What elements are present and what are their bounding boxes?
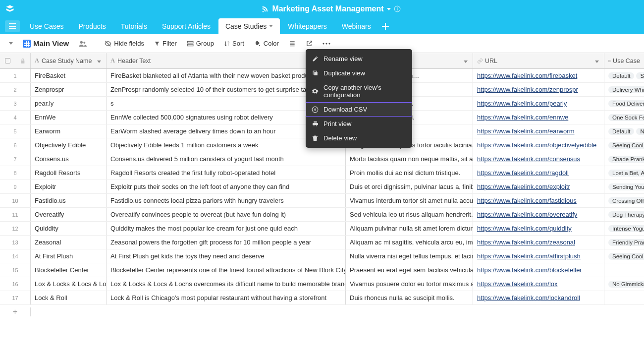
cell-name[interactable]: Blockefeller Center <box>31 263 107 277</box>
url-link[interactable]: https://www.fakelink.com/zenprospr <box>477 86 578 93</box>
table-row[interactable]: 7Consens.usConsens.us delivered 5 millio… <box>0 152 644 166</box>
column-header-url[interactable]: URL <box>473 53 604 68</box>
cell-name[interactable]: At First Plush <box>31 249 107 263</box>
row-number[interactable]: 12 <box>0 222 31 235</box>
url-link[interactable]: https://www.fakelink.com/atfirstplush <box>477 252 581 260</box>
cell-url[interactable]: https://www.fakelink.com/firebasket <box>473 69 604 82</box>
cell-use-case[interactable]: Crossing Off <box>604 194 644 207</box>
row-number[interactable]: 4 <box>0 111 31 124</box>
table-row[interactable]: 15Blockefeller CenterBlockefeller Center… <box>0 263 644 277</box>
cell-body[interactable]: Vivamus interdum tortor sit amet nulla a… <box>346 194 473 207</box>
tab-products[interactable]: Products <box>71 18 112 34</box>
table-row[interactable]: 17Lock & RollLock & Roll is Chicago's mo… <box>0 291 644 305</box>
tab-webinars[interactable]: Webinars <box>335 18 378 34</box>
use-case-pill[interactable]: Lost a Bet, A <box>608 170 644 177</box>
use-case-pill[interactable]: Delivery Whil <box>608 86 644 93</box>
cell-header-text[interactable]: At First Plush get kids the toys they ne… <box>107 249 346 263</box>
color-button[interactable]: Color <box>250 37 283 50</box>
url-link[interactable]: https://www.fakelink.com/overeatify <box>477 211 577 218</box>
cell-url[interactable]: https://www.fakelink.com/pearly <box>473 97 604 110</box>
app-logo-icon[interactable] <box>5 4 15 14</box>
cell-use-case[interactable]: Friendly Pran <box>604 236 644 249</box>
collaborators-button[interactable] <box>75 38 91 50</box>
url-link[interactable]: https://www.fakelink.com/lockandroll <box>477 294 580 301</box>
info-icon[interactable]: i <box>394 5 401 12</box>
tab-tutorials[interactable]: Tutorials <box>114 18 154 34</box>
menu-item-copy-another-view-s-configuration[interactable]: Copy another view's configuration <box>306 80 412 102</box>
cell-name[interactable]: Objectively Edible <box>31 138 107 152</box>
use-case-pill[interactable]: No Gimmicks <box>608 281 644 288</box>
view-context-menu[interactable]: Rename viewDuplicate viewCopy another vi… <box>306 49 412 148</box>
table-row[interactable]: 14At First PlushAt First Plush get kids … <box>0 249 644 263</box>
cell-use-case[interactable]: DefaultSha <box>604 69 644 82</box>
row-number[interactable]: 10 <box>0 194 31 207</box>
cell-use-case[interactable]: Seeing Cool <box>604 138 644 152</box>
row-number[interactable]: 13 <box>0 236 31 249</box>
cell-url[interactable]: https://www.fakelink.com/ennwe <box>473 111 604 124</box>
cell-use-case[interactable]: Lost a Bet, A <box>604 166 644 180</box>
cell-body[interactable]: Nulla viverra nisi eget tellus tempus, e… <box>346 249 473 263</box>
view-more-menu-button[interactable] <box>319 40 334 47</box>
url-link[interactable]: https://www.fakelink.com/ennwe <box>477 114 568 121</box>
menu-item-rename-view[interactable]: Rename view <box>306 52 412 66</box>
cell-name[interactable]: Overeatify <box>31 208 107 221</box>
cell-name[interactable]: Quiddity <box>31 222 107 235</box>
use-case-pill[interactable]: Food Delivery <box>608 100 644 107</box>
url-link[interactable]: https://www.fakelink.com/lox <box>477 280 558 288</box>
cell-url[interactable]: https://www.fakelink.com/lockandroll <box>473 291 604 304</box>
cell-use-case[interactable] <box>604 263 644 277</box>
url-link[interactable]: https://www.fakelink.com/blockefeller <box>477 266 582 274</box>
cell-name[interactable]: Fastidio.us <box>31 194 107 207</box>
use-case-pill[interactable]: Friendly Pran <box>608 239 644 246</box>
use-case-pill[interactable]: Seeing Cool <box>608 142 644 149</box>
cell-body[interactable]: Praesent eu erat eget sem facilisis vehi… <box>346 263 473 277</box>
cell-url[interactable]: https://www.fakelink.com/fastidious <box>473 194 604 207</box>
url-link[interactable]: https://www.fakelink.com/fastidious <box>477 197 577 204</box>
cell-name[interactable]: Consens.us <box>31 152 107 166</box>
column-header-name[interactable]: A Case Study Name <box>31 53 107 68</box>
cell-body[interactable]: Aliquam pulvinar nulla sit amet lorem di… <box>346 222 473 235</box>
table-row[interactable]: 12QuiddityQuiddity makes the most popula… <box>0 222 644 236</box>
menu-item-print-view[interactable]: Print view <box>306 117 412 131</box>
menu-item-download-csv[interactable]: Download CSV <box>306 102 412 117</box>
row-number[interactable]: 5 <box>0 124 31 138</box>
cell-header-text[interactable]: Quiddity makes the most popular ice crea… <box>107 222 346 235</box>
cell-body[interactable]: Sed vehicula leo ut risus aliquam hendre… <box>346 208 473 221</box>
field-menu-icon[interactable] <box>96 57 102 65</box>
cell-url[interactable]: https://www.fakelink.com/consensus <box>473 152 604 166</box>
hide-fields-button[interactable]: Hide fields <box>101 37 148 50</box>
table-row[interactable]: 13ZeasonalZeasonal powers the forgotten … <box>0 236 644 249</box>
cell-body[interactable]: Aliquam ac mi sagittis, vehicula arcu eu… <box>346 236 473 249</box>
cell-name[interactable]: Lock & Roll <box>31 291 107 304</box>
add-row-button[interactable]: + <box>0 307 31 316</box>
url-link[interactable]: https://www.fakelink.com/quiddity <box>477 225 572 232</box>
base-title[interactable]: Marketing Asset Management i <box>261 4 400 13</box>
use-case-pill[interactable]: Seeing Cool <box>608 253 644 260</box>
url-link[interactable]: https://www.fakelink.com/consensus <box>477 155 580 163</box>
cell-use-case[interactable]: Shade Prank <box>604 152 644 166</box>
use-case-pill[interactable]: Sending You <box>608 183 644 190</box>
cell-body[interactable]: Morbi facilisis quam non neque mattis, s… <box>346 152 473 166</box>
column-header-use-case[interactable]: Use Case <box>604 53 644 68</box>
cell-body[interactable]: Proin mollis dui ac nisl dictum tristiqu… <box>346 166 473 180</box>
cell-url[interactable]: https://www.fakelink.com/overeatify <box>473 208 604 221</box>
cell-url[interactable]: https://www.fakelink.com/exploitr <box>473 180 604 193</box>
row-number[interactable]: 3 <box>0 97 31 110</box>
filter-button[interactable]: Filter <box>150 37 181 50</box>
cell-name[interactable]: Exploitr <box>31 180 107 193</box>
cell-url[interactable]: https://www.fakelink.com/zeasonal <box>473 236 604 249</box>
cell-use-case[interactable]: Sending You <box>604 180 644 193</box>
cell-url[interactable]: https://www.fakelink.com/atfirstplush <box>473 249 604 263</box>
cell-url[interactable]: https://www.fakelink.com/objectivelyedib… <box>473 138 604 152</box>
cell-use-case[interactable]: DefaultNo <box>604 124 644 138</box>
select-all-checkbox[interactable] <box>5 58 10 63</box>
row-number[interactable]: 16 <box>0 277 31 291</box>
row-number[interactable]: 8 <box>0 166 31 180</box>
tab-support-articles[interactable]: Support Articles <box>155 18 217 34</box>
cell-url[interactable]: https://www.fakelink.com/lox <box>473 277 604 291</box>
select-all-cell[interactable] <box>0 53 31 68</box>
view-switcher[interactable]: Main View <box>19 37 73 50</box>
use-case-pill[interactable]: Crossing Off <box>608 197 644 204</box>
table-row[interactable]: 10Fastidio.usFastidio.us connects local … <box>0 194 644 208</box>
use-case-pill[interactable]: Default <box>608 72 634 79</box>
